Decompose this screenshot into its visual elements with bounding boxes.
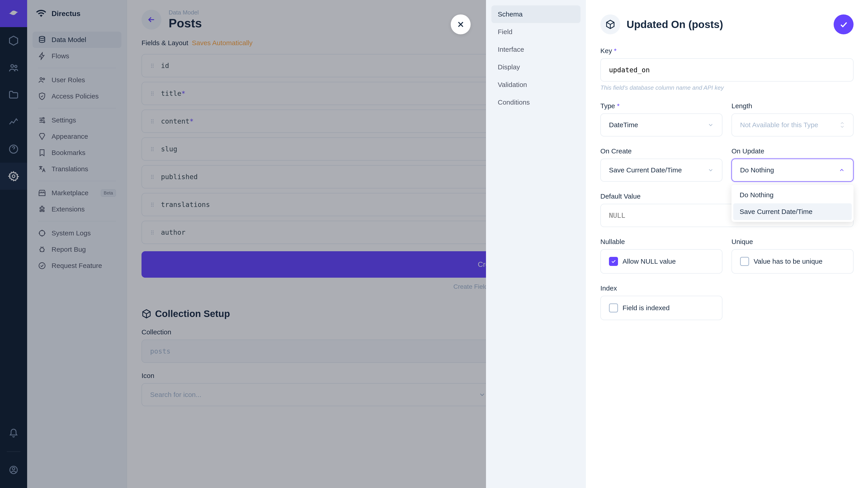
- rail-item-account[interactable]: [0, 456, 27, 484]
- drag-handle-icon[interactable]: [149, 146, 156, 152]
- box-icon: [142, 309, 151, 319]
- svg-point-28: [151, 94, 152, 95]
- sidebar-item-label: User Roles: [52, 76, 85, 84]
- database-icon: [38, 36, 46, 44]
- drag-handle-icon[interactable]: [149, 201, 156, 208]
- svg-point-69: [151, 230, 152, 231]
- sidebar-item-access-policies[interactable]: Access Policies: [33, 88, 121, 104]
- svg-point-20: [153, 67, 153, 68]
- svg-point-38: [153, 122, 153, 123]
- sidebar-item-flows[interactable]: Flows: [33, 48, 121, 64]
- sidebar-item-marketplace[interactable]: Marketplace Beta: [33, 185, 121, 201]
- drag-handle-icon[interactable]: [149, 229, 156, 236]
- sidebar-item-user-roles[interactable]: User Roles: [33, 72, 121, 88]
- bug-icon: [38, 246, 46, 254]
- nav-conditions[interactable]: Conditions: [491, 94, 581, 111]
- svg-point-46: [151, 150, 152, 151]
- svg-point-61: [153, 202, 153, 203]
- nullable-label: Nullable: [600, 238, 722, 246]
- chevron-down-icon[interactable]: [478, 391, 486, 398]
- sidebar: Directus Data Model Flows User Roles Acc…: [27, 0, 127, 488]
- key-input[interactable]: [600, 58, 854, 82]
- rail-item-files[interactable]: [0, 81, 27, 108]
- key-label: Key *: [600, 47, 854, 55]
- sidebar-item-report-bug[interactable]: Report Bug: [33, 241, 121, 258]
- svg-point-74: [153, 233, 153, 234]
- svg-point-63: [153, 204, 153, 205]
- nullable-checkbox[interactable]: Allow NULL value: [600, 249, 722, 273]
- dropdown-option-do-nothing[interactable]: Do Nothing: [733, 187, 852, 203]
- nav-display[interactable]: Display: [491, 58, 581, 76]
- sidebar-item-bookmarks[interactable]: Bookmarks: [33, 144, 121, 161]
- svg-point-45: [153, 149, 153, 149]
- on-create-select[interactable]: Save Current Date/Time: [600, 159, 722, 182]
- svg-point-5: [12, 467, 15, 470]
- svg-point-29: [153, 94, 153, 95]
- sidebar-item-request-feature[interactable]: Request Feature: [33, 258, 121, 274]
- rail-item-notifications[interactable]: [0, 420, 27, 447]
- svg-point-10: [41, 120, 42, 121]
- svg-point-53: [151, 176, 152, 177]
- beta-badge: Beta: [101, 189, 116, 197]
- svg-point-0: [11, 65, 13, 67]
- close-button[interactable]: [451, 14, 471, 34]
- rail-item-settings[interactable]: [0, 163, 27, 190]
- drawer-title: Updated On (posts): [627, 18, 827, 31]
- svg-point-60: [151, 202, 152, 203]
- nav-field[interactable]: Field: [491, 23, 581, 41]
- icon-rail: [0, 0, 27, 488]
- sidebar-item-data-model[interactable]: Data Model: [33, 32, 121, 48]
- sidebar-item-label: Request Feature: [52, 262, 102, 269]
- sidebar-item-settings[interactable]: Settings: [33, 112, 121, 128]
- sidebar-item-appearance[interactable]: Appearance: [33, 128, 121, 144]
- sidebar-item-label: Report Bug: [52, 246, 86, 253]
- icon-input[interactable]: [142, 383, 492, 406]
- svg-point-34: [153, 119, 153, 120]
- unique-checkbox[interactable]: Value has to be unique: [732, 249, 854, 273]
- rail-item-collections[interactable]: [0, 27, 27, 54]
- field-key: published: [161, 173, 198, 181]
- length-value: Not Available for this Type: [740, 121, 818, 129]
- index-label: Index: [600, 285, 722, 292]
- sidebar-item-extensions[interactable]: Extensions: [33, 201, 121, 217]
- sidebar-item-system-logs[interactable]: System Logs: [33, 225, 121, 241]
- svg-point-44: [151, 149, 152, 149]
- drag-handle-icon[interactable]: [149, 174, 156, 180]
- dropdown-option-save-datetime[interactable]: Save Current Date/Time: [733, 203, 852, 220]
- back-button[interactable]: [142, 10, 161, 30]
- save-button[interactable]: [834, 14, 854, 34]
- svg-point-65: [153, 205, 153, 206]
- type-select[interactable]: DateTime: [600, 113, 722, 136]
- rail-item-users[interactable]: [0, 54, 27, 81]
- translate-icon: [38, 165, 46, 173]
- nav-validation[interactable]: Validation: [491, 76, 581, 94]
- svg-point-16: [153, 64, 153, 64]
- rail-item-insights[interactable]: [0, 108, 27, 135]
- breadcrumb[interactable]: Data Model: [168, 9, 202, 16]
- on-update-select[interactable]: Do Nothing: [732, 159, 854, 182]
- svg-point-73: [151, 233, 152, 234]
- nav-schema[interactable]: Schema: [491, 5, 581, 23]
- on-create-value: Save Current Date/Time: [609, 166, 682, 174]
- check-icon: [839, 20, 848, 29]
- nav-interface[interactable]: Interface: [491, 41, 581, 58]
- svg-point-19: [151, 67, 152, 68]
- drag-handle-icon[interactable]: [149, 90, 156, 97]
- on-update-value: Do Nothing: [740, 166, 774, 174]
- index-checkbox[interactable]: Field is indexed: [600, 296, 722, 320]
- svg-point-1: [15, 65, 17, 68]
- sidebar-item-translations[interactable]: Translations: [33, 161, 121, 177]
- feature-icon: [38, 262, 46, 270]
- box-icon: [605, 20, 615, 29]
- drag-handle-icon[interactable]: [149, 63, 156, 69]
- svg-point-24: [151, 91, 152, 92]
- drag-handle-icon[interactable]: [149, 118, 156, 125]
- shield-icon: [38, 92, 46, 100]
- logo[interactable]: [0, 0, 27, 27]
- svg-point-51: [151, 175, 152, 175]
- sidebar-item-label: Data Model: [52, 36, 86, 43]
- svg-point-62: [151, 204, 152, 205]
- svg-point-36: [153, 121, 153, 122]
- rail-item-docs[interactable]: [0, 135, 27, 163]
- chevron-up-icon: [839, 167, 845, 173]
